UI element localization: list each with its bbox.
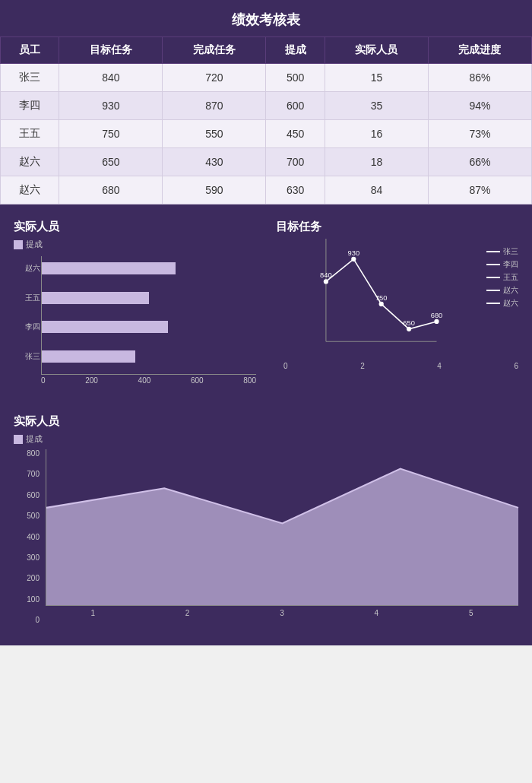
table-header: 员工 [1, 37, 59, 64]
area-legend-box [14, 435, 23, 444]
bar-legend-label: 提成 [26, 239, 43, 250]
line-legend-item: 王五 [486, 272, 518, 283]
table-row: 张三8407205001586% [1, 64, 532, 92]
svg-text:930: 930 [348, 249, 360, 257]
line-legend-item: 赵六 [486, 298, 518, 309]
area-chart: 实际人员 提成 0100200300400500600700800 12345 [8, 407, 524, 630]
bar-row: 王五 [42, 292, 256, 304]
table-row: 李四9308706003594% [1, 92, 532, 120]
performance-table: 员工目标任务完成任务提成实际人员完成进度 张三8407205001586%李四9… [0, 36, 532, 204]
table-row: 赵六6805906308487% [1, 176, 532, 204]
svg-point-2 [324, 279, 328, 284]
bar-fill [42, 292, 149, 304]
table-header: 目标任务 [59, 37, 163, 64]
line-chart: 目标任务 840930750650680 张三李四王五赵六赵六 0246 [270, 212, 524, 399]
bar-fill [42, 350, 135, 363]
bar-row: 赵六 [42, 262, 256, 274]
svg-text:840: 840 [320, 271, 332, 279]
line-legend-item: 张三 [486, 246, 518, 257]
svg-point-6 [379, 302, 384, 306]
bar-row: 张三 [42, 350, 256, 363]
table-row: 赵六6504307001866% [1, 148, 532, 176]
area-legend-label: 提成 [26, 433, 43, 445]
bar-chart-title: 实际人员 [14, 220, 256, 234]
table-row: 王五7505504501673% [1, 120, 532, 148]
svg-point-8 [407, 327, 411, 331]
line-legend-item: 李四 [486, 259, 518, 270]
svg-text:750: 750 [375, 294, 388, 302]
bar-row: 李四 [42, 321, 256, 333]
bar-chart-area: 赵六王五李四张三 0200400600800 [14, 256, 256, 393]
table-header: 完成进度 [428, 37, 531, 64]
line-chart-title: 目标任务 [276, 220, 518, 234]
svg-point-10 [434, 319, 439, 324]
bar-legend-box [14, 240, 23, 249]
page-title: 绩效考核表 [0, 0, 532, 36]
table-header: 提成 [266, 37, 325, 64]
svg-text:650: 650 [403, 319, 415, 327]
bar-fill [42, 262, 176, 274]
svg-text:680: 680 [431, 312, 443, 319]
area-chart-title: 实际人员 [14, 414, 518, 429]
svg-point-4 [351, 257, 356, 262]
table-header: 实际人员 [325, 37, 428, 64]
bar-chart: 实际人员 提成 赵六王五李四张三 0200400600800 [8, 212, 262, 399]
area-chart-container: 0100200300400500600700800 12345 [14, 449, 518, 624]
table-header: 完成任务 [163, 37, 266, 64]
bar-fill [42, 321, 168, 333]
line-legend-item: 赵六 [486, 285, 518, 296]
